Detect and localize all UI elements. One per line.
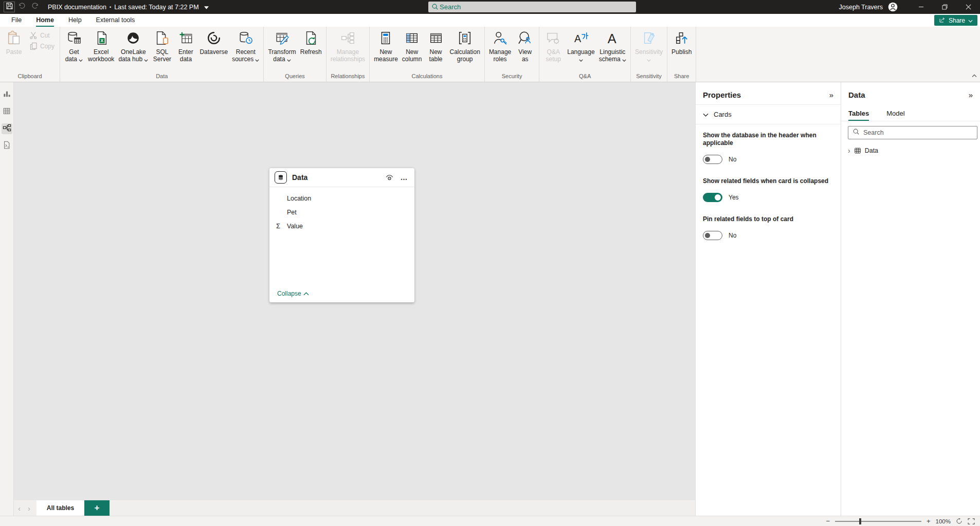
get-data-button[interactable]: Getdata — [62, 28, 86, 63]
share-label: Share — [949, 17, 965, 24]
redo-button[interactable] — [28, 0, 42, 14]
canvas-tab-bar: ‹ › All tables + — [14, 500, 695, 516]
menu-item-external-tools[interactable]: External tools — [89, 14, 142, 27]
zoom-slider-handle[interactable] — [859, 518, 861, 524]
status-bar: − + 100% — [0, 516, 980, 526]
ribbon-group-label: Share — [669, 71, 694, 82]
ribbon-group-share: PublishShare — [667, 27, 696, 82]
refresh-button[interactable]: Refresh — [298, 28, 324, 56]
table-card-header[interactable]: Data … — [269, 168, 414, 187]
dataverse-button[interactable]: Dataverse — [197, 28, 230, 56]
menu-item-home[interactable]: Home — [29, 14, 61, 27]
recent-sources-button[interactable]: Recentsources — [230, 28, 261, 63]
card-field-pet[interactable]: Pet — [269, 205, 414, 219]
more-options-icon[interactable]: … — [399, 172, 409, 183]
svg-text:A: A — [608, 31, 616, 46]
tab-all-tables[interactable]: All tables — [37, 500, 84, 516]
collapse-properties-icon[interactable]: » — [829, 90, 833, 99]
sql-server-button[interactable]: SQLServer — [150, 28, 174, 63]
setting-toggle-2[interactable] — [703, 231, 722, 240]
table-view-icon — [3, 107, 11, 117]
add-layout-button[interactable]: + — [84, 500, 110, 516]
tree-item-data[interactable]: ›Data — [841, 144, 980, 157]
transform-data-button[interactable]: Transformdata — [266, 28, 298, 63]
global-search[interactable] — [428, 2, 636, 12]
setting-label: Show related fields when card is collaps… — [703, 177, 831, 185]
manage-roles-button[interactable]: Manageroles — [487, 28, 513, 63]
card-field-location[interactable]: Location — [269, 191, 414, 205]
data-search[interactable] — [848, 126, 977, 139]
visibility-eye-icon[interactable] — [384, 172, 395, 183]
rail-table-view[interactable] — [2, 106, 12, 117]
calculation-group-button[interactable]: Calculationgroup — [448, 28, 482, 63]
fullscreen-icon[interactable] — [968, 518, 975, 524]
data-search-input[interactable] — [863, 129, 966, 136]
collapse-ribbon-icon[interactable] — [972, 70, 977, 80]
chevron-right-icon[interactable]: › — [848, 147, 850, 154]
share-icon — [939, 16, 946, 25]
linguistic-icon: A — [604, 30, 621, 46]
table-icon — [854, 147, 861, 154]
menu-item-file[interactable]: File — [4, 14, 29, 27]
setting-label: Pin related fields to top of card — [703, 215, 831, 223]
user-name[interactable]: Joseph Travers — [839, 4, 883, 11]
title-dropdown-icon[interactable] — [204, 4, 209, 11]
enter-data-button[interactable]: Enterdata — [174, 28, 197, 63]
tab-scroll-right-icon[interactable]: › — [28, 504, 30, 513]
rail-dax-query-view[interactable] — [2, 140, 12, 151]
zoom-in-button[interactable]: + — [927, 518, 931, 524]
table-card-title: Data — [292, 173, 384, 182]
setting-toggle-0[interactable] — [703, 155, 722, 164]
document-title[interactable]: PBIX documentation • Last saved: Today a… — [48, 4, 209, 11]
language-icon: A — [573, 30, 589, 46]
cards-section-label: Cards — [714, 111, 732, 118]
zoom-out-button[interactable]: − — [826, 518, 830, 524]
zoom-level[interactable]: 100% — [936, 518, 951, 524]
tab-scroll-left-icon[interactable]: ‹ — [18, 504, 21, 513]
ribbon-group-relationships: ManagerelationshipsRelationships — [326, 27, 370, 82]
setting-toggle-1[interactable] — [703, 193, 722, 202]
table-card-data[interactable]: Data … LocationPetΣValue Collapse — [269, 168, 414, 302]
new-column-button[interactable]: Newcolumn — [400, 28, 424, 63]
language-button[interactable]: ALanguage — [565, 28, 596, 63]
view-as-button[interactable]: Viewas — [513, 28, 537, 63]
field-label: Value — [287, 223, 303, 230]
calculation-group-label: Calculationgroup — [450, 48, 480, 63]
close-button[interactable] — [956, 0, 980, 14]
collapse-card-link[interactable]: Collapse — [277, 290, 309, 297]
excel-workbook-button[interactable]: XExcelworkbook — [86, 28, 116, 63]
minimize-button[interactable] — [909, 0, 933, 14]
linguistic-schema-label: Linguisticschema — [599, 48, 626, 63]
share-button[interactable]: Share — [934, 15, 977, 26]
qa-icon — [545, 30, 561, 46]
cards-section-header[interactable]: Cards — [696, 105, 841, 124]
model-canvas[interactable]: Data … LocationPetΣValue Collapse ‹ › Al… — [14, 82, 695, 516]
new-table-button[interactable]: Newtable — [424, 28, 448, 63]
qa-setup-button: Q&Asetup — [541, 28, 565, 63]
copy-label: Copy — [40, 43, 55, 50]
rail-report-view[interactable] — [2, 89, 12, 100]
publish-button[interactable]: Publish — [669, 28, 694, 56]
cut-icon — [29, 31, 38, 40]
manage-relationships-label: Managerelationships — [331, 48, 365, 63]
collapse-data-panel-icon[interactable]: » — [969, 90, 973, 99]
calcgroup-icon — [457, 30, 473, 46]
card-field-value[interactable]: ΣValue — [269, 219, 414, 233]
new-measure-button[interactable]: Newmeasure — [372, 28, 400, 63]
toggle-state: No — [729, 156, 736, 163]
avatar[interactable] — [888, 2, 898, 12]
undo-button[interactable] — [15, 0, 28, 14]
data-panel-title: Data — [848, 90, 865, 99]
menu-item-help[interactable]: Help — [61, 14, 89, 27]
rail-model-view[interactable] — [2, 123, 12, 134]
restore-button[interactable] — [933, 0, 956, 14]
save-button[interactable] — [4, 2, 15, 12]
fit-to-screen-icon[interactable] — [956, 518, 963, 524]
linguistic-schema-button[interactable]: ALinguisticschema — [597, 28, 628, 63]
search-input[interactable] — [440, 3, 594, 11]
tab-tables[interactable]: Tables — [848, 110, 869, 121]
onelake-data-hub-button[interactable]: OneLakedata hub — [116, 28, 150, 63]
zoom-slider[interactable] — [835, 521, 921, 522]
tab-model[interactable]: Model — [886, 110, 904, 121]
ribbon-group-calculations: NewmeasureNewcolumnNewtableCalculationgr… — [370, 27, 485, 82]
